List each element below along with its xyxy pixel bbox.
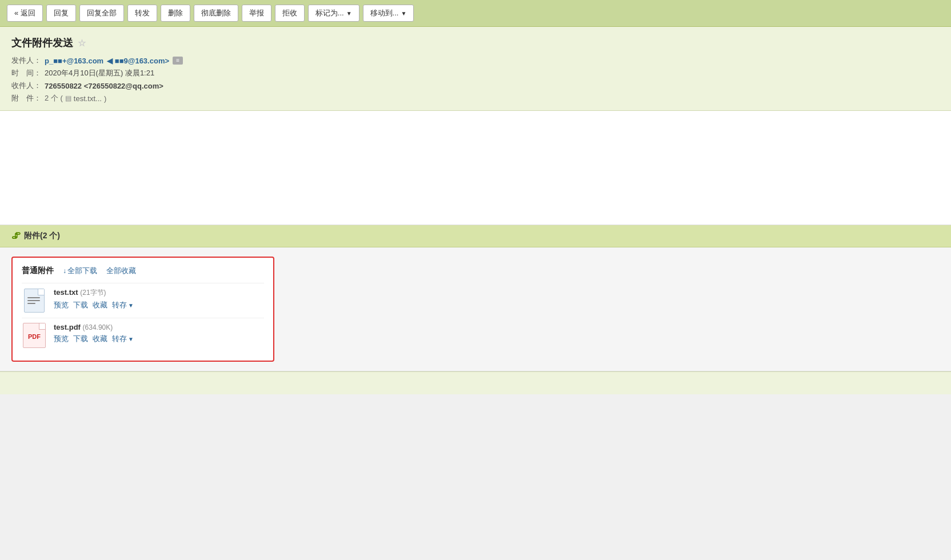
attach-type-label: 普通附件: [22, 266, 54, 276]
pdf-attachment-actions: 预览 下载 收藏 转存▼: [54, 334, 264, 344]
toolbar: « 返回 回复 回复全部 转发 删除 彻底删除 举报 拒收 标记为... ▼ 移…: [0, 0, 951, 27]
txt-preview-link[interactable]: 预览: [54, 300, 69, 310]
txt-filesize: (21字节): [80, 289, 106, 297]
reply-all-button[interactable]: 回复全部: [79, 5, 124, 22]
sender-alias: ◀ ■■9@163.com>: [107, 57, 169, 65]
reject-button[interactable]: 拒收: [275, 5, 305, 22]
attachment-box-header: 普通附件 ↓ 全部下载 全部收藏: [22, 266, 264, 276]
mark-dropdown-arrow: ▼: [346, 10, 352, 17]
sender-address[interactable]: p_■■+@163.com: [45, 57, 103, 65]
to-row: 收件人： 726550822 <726550822@qq.com>: [11, 81, 940, 91]
txt-file-icon: [22, 288, 47, 313]
attach-small-icon: ▤: [65, 94, 71, 102]
time-row: 时 间： 2020年4月10日(星期五) 凌晨1:21: [11, 68, 940, 78]
pdf-attachment-info: test.pdf (634.90K) 预览 下载 收藏 转存▼: [54, 323, 264, 344]
pdf-transfer-arrow-icon: ▼: [128, 336, 134, 342]
download-all-link[interactable]: ↓ 全部下载: [63, 266, 97, 276]
forward-button[interactable]: 转发: [127, 5, 157, 22]
attachment-box: 普通附件 ↓ 全部下载 全部收藏: [11, 257, 274, 362]
email-meta: 发件人： p_■■+@163.com ◀ ■■9@163.com> ≡ 时 间：…: [11, 55, 940, 103]
attachment-item-pdf: PDF test.pdf (634.90K) 预览 下载 收藏 转存▼: [22, 318, 264, 353]
pdf-file-icon: PDF: [22, 323, 47, 348]
paperclip-icon: 🖇: [11, 231, 21, 241]
txt-save-link[interactable]: 收藏: [93, 300, 107, 310]
report-button[interactable]: 举报: [242, 5, 271, 22]
email-subject: 文件附件发送 ☆: [11, 36, 940, 50]
save-all-link[interactable]: 全部收藏: [106, 266, 136, 276]
transfer-arrow-icon: ▼: [128, 302, 134, 309]
pdf-save-link[interactable]: 收藏: [93, 334, 107, 344]
pdf-download-link[interactable]: 下载: [73, 334, 88, 344]
move-button[interactable]: 移动到... ▼: [363, 5, 414, 22]
txt-download-link[interactable]: 下载: [73, 300, 88, 310]
email-header: 文件附件发送 ☆ 发件人： p_■■+@163.com ◀ ■■9@163.co…: [0, 27, 951, 111]
reply-button[interactable]: 回复: [46, 5, 76, 22]
move-dropdown-arrow: ▼: [401, 10, 406, 17]
pdf-filesize: (634.90K): [83, 323, 113, 331]
bottom-area: [0, 371, 951, 394]
attachment-section-header: 🖇 附件(2 个): [0, 225, 951, 247]
txt-attachment-info: test.txt (21字节) 预览 下载 收藏 转存▼: [54, 288, 264, 310]
attachment-item-txt: test.txt (21字节) 预览 下载 收藏 转存▼: [22, 283, 264, 318]
pdf-transfer-link[interactable]: 转存▼: [112, 334, 134, 344]
attachment-ref-row: 附 件： 2 个 ( ▤ test.txt... ): [11, 93, 940, 103]
attachment-ref-filename[interactable]: test.txt...: [74, 94, 102, 103]
pdf-preview-link[interactable]: 预览: [54, 334, 69, 344]
download-arrow-icon: ↓: [63, 267, 66, 275]
txt-transfer-link[interactable]: 转存▼: [112, 300, 134, 310]
recipient: 726550822 <726550822@qq.com>: [45, 82, 163, 90]
back-button[interactable]: « 返回: [7, 5, 43, 22]
mark-button[interactable]: 标记为... ▼: [308, 5, 359, 22]
star-icon[interactable]: ☆: [78, 38, 86, 49]
email-time: 2020年4月10日(星期五) 凌晨1:21: [45, 68, 154, 78]
from-row: 发件人： p_■■+@163.com ◀ ■■9@163.com> ≡: [11, 55, 940, 66]
email-body: [0, 111, 951, 225]
delete-forever-button[interactable]: 彻底删除: [194, 5, 238, 22]
contact-icon[interactable]: ≡: [173, 57, 183, 65]
txt-filename: test.txt (21字节): [54, 288, 264, 298]
txt-attachment-actions: 预览 下载 收藏 转存▼: [54, 300, 264, 310]
attachment-box-wrapper: 普通附件 ↓ 全部下载 全部收藏: [0, 247, 951, 371]
pdf-filename: test.pdf (634.90K): [54, 323, 264, 331]
delete-button[interactable]: 删除: [161, 5, 190, 22]
